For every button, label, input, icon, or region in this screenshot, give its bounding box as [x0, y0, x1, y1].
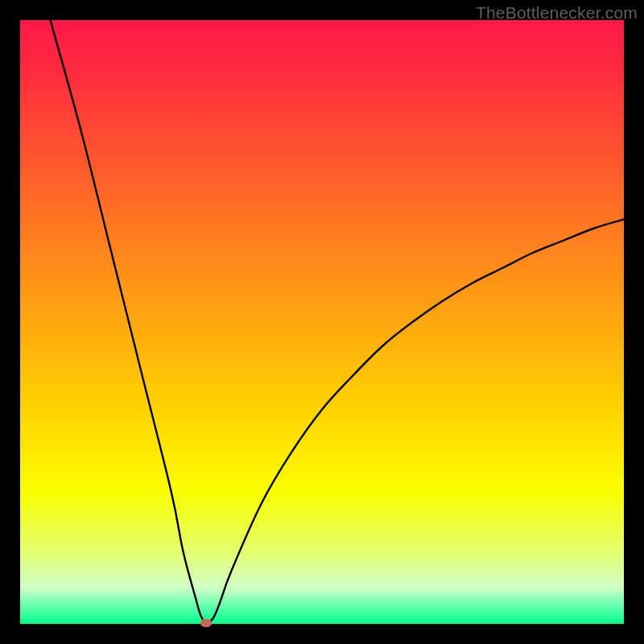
minimum-marker [200, 619, 212, 627]
curve-svg [20, 20, 624, 624]
bottleneck-curve [51, 20, 625, 623]
chart-frame: TheBottlenecker.com [0, 0, 644, 644]
plot-area [20, 20, 624, 624]
watermark-text: TheBottlenecker.com [476, 3, 638, 23]
